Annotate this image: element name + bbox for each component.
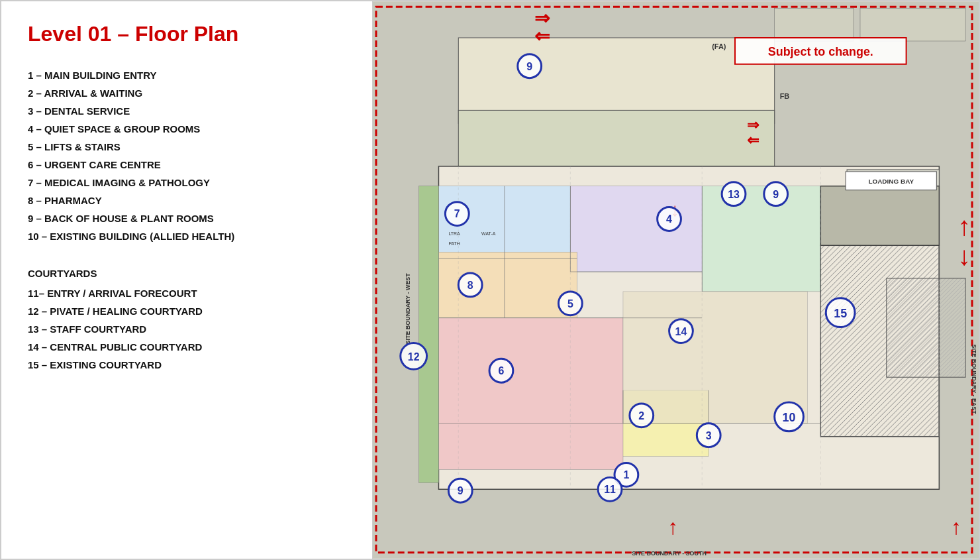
courtyard-item-11: 11– ENTRY / ARRIVAL FORECOURT [28,284,346,302]
courtyard-list: 11– ENTRY / ARRIVAL FORECOURT 12 – PIVAT… [28,284,346,374]
svg-text:9: 9 [526,61,532,72]
svg-rect-14 [887,278,965,377]
svg-text:2: 2 [638,410,644,421]
courtyards-title: COURTYARDS [28,268,346,279]
svg-text:8: 8 [467,280,473,291]
svg-rect-16 [419,186,439,483]
svg-text:10: 10 [783,411,796,424]
left-panel: Level 01 – Floor Plan 1 – MAIN BUILDING … [1,1,372,559]
svg-text:↑: ↑ [957,211,971,241]
legend-item-7: 7 – MEDICAL IMAGING & PATHOLOGY [28,174,346,192]
floor-plan-svg: ⇒ ⇐ ⇒ ⇐ ↓ ↑ ↑ ↑ ↓ SITE BOUNDARY - WEST S… [373,1,979,559]
svg-rect-13 [820,186,939,246]
svg-text:⇐: ⇐ [747,132,760,148]
svg-text:⇐: ⇐ [534,26,550,46]
courtyard-item-15: 15 – EXISTING COURTYARD [28,356,346,374]
svg-rect-9 [702,186,820,292]
svg-text:14: 14 [675,326,687,337]
main-container: Level 01 – Floor Plan 1 – MAIN BUILDING … [0,0,980,560]
svg-text:12: 12 [408,351,420,363]
svg-text:15: 15 [834,307,847,320]
svg-text:↑: ↑ [668,515,679,539]
courtyard-item-12: 12 – PIVATE / HEALING COURTYARD [28,302,346,320]
courtyard-item-13: 13 – STAFF COURTYARD [28,320,346,338]
svg-text:4: 4 [666,213,672,225]
legend-item-9: 9 – BACK OF HOUSE & PLANT ROOMS [28,209,346,227]
legend-item-2: 2 – ARRIVAL & WAITING [28,84,346,102]
svg-text:Subject to change.: Subject to change. [768,45,873,58]
svg-text:SITE BOUNDARY - EAST: SITE BOUNDARY - EAST [971,344,977,414]
right-panel: ⇒ ⇐ ⇒ ⇐ ↓ ↑ ↑ ↑ ↓ SITE BOUNDARY - WEST S… [372,1,979,559]
svg-text:SITE BOUNDARY - WEST: SITE BOUNDARY - WEST [405,273,411,345]
legend-item-6: 6 – URGENT CARE CENTRE [28,156,346,174]
svg-text:1: 1 [623,469,629,480]
page-title: Level 01 – Floor Plan [28,21,346,46]
legend-item-4: 4 – QUIET SPACE & GROUP ROOMS [28,120,346,138]
svg-text:⇒: ⇒ [747,117,760,133]
svg-text:LOADING BAY: LOADING BAY [868,178,914,185]
svg-text:13: 13 [728,189,740,200]
svg-text:3: 3 [706,430,712,441]
svg-text:FB: FB [780,92,790,100]
svg-rect-8 [570,186,702,272]
legend-list: 1 – MAIN BUILDING ENTRY 2 – ARRIVAL & WA… [28,66,346,245]
svg-rect-10 [623,292,807,423]
svg-text:9: 9 [458,485,464,496]
svg-text:↓: ↓ [957,241,971,270]
legend-item-10: 10 – EXISTING BUILDING (ALLIED HEALTH) [28,227,346,245]
svg-text:5: 5 [567,298,573,309]
legend-item-5: 5 – LIFTS & STAIRS [28,138,346,156]
svg-text:↑: ↑ [951,515,961,539]
svg-text:WAT-A: WAT-A [481,231,496,236]
svg-text:(FA): (FA) [712,42,726,50]
svg-rect-3 [458,110,774,166]
courtyard-item-14: 14 – CENTRAL PUBLIC COURTYARD [28,338,346,356]
svg-rect-18 [860,8,965,41]
svg-text:SITE BOUNDARY - SOUTH: SITE BOUNDARY - SOUTH [632,550,707,557]
legend-item-8: 8 – PHARMACY [28,192,346,209]
svg-text:6: 6 [499,365,505,376]
svg-text:11: 11 [604,484,616,495]
legend-item-1: 1 – MAIN BUILDING ENTRY [28,66,346,84]
svg-text:9: 9 [773,189,779,200]
svg-rect-6 [438,318,622,470]
svg-rect-17 [775,8,854,41]
legend-item-3: 3 – DENTAL SERVICE [28,102,346,120]
svg-text:7: 7 [454,209,460,220]
